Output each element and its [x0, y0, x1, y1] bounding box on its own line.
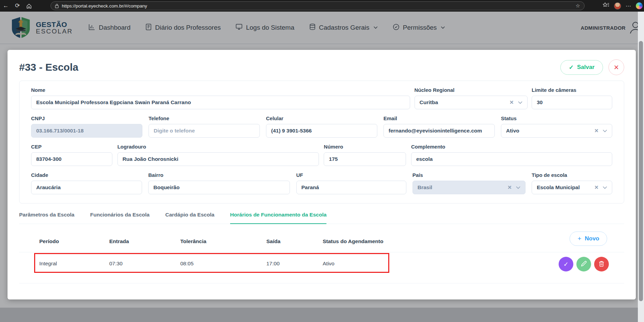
- confirm-row-button[interactable]: ✓: [559, 257, 573, 271]
- status-select[interactable]: Ativo ✕: [501, 124, 612, 138]
- email-label: Email: [383, 115, 495, 121]
- bookmark-star-icon[interactable]: ☆: [576, 3, 580, 9]
- url-text[interactable]: https://portal.eyecheck.com.br/#/company: [62, 3, 576, 9]
- copilot-icon[interactable]: [636, 2, 643, 9]
- telefone-label: Telefone: [149, 115, 260, 121]
- bairro-input[interactable]: [148, 181, 290, 194]
- field-pais: País Brasil ✕: [412, 172, 526, 194]
- tab-cardapio-da-escola[interactable]: Cardápio da Escola: [165, 212, 214, 224]
- col-tolerancia: Tolerância: [180, 238, 206, 244]
- col-saida: Saída: [266, 238, 280, 244]
- logradouro-label: Logradouro: [117, 144, 319, 150]
- celular-input[interactable]: [266, 124, 377, 138]
- novo-button-label: Novo: [585, 235, 600, 242]
- favorites-icon[interactable]: [603, 2, 610, 10]
- field-email: Email: [383, 115, 495, 138]
- edit-row-button[interactable]: [576, 257, 591, 271]
- scrollbar-thumb[interactable]: [639, 41, 643, 301]
- clear-icon[interactable]: ✕: [509, 99, 514, 106]
- save-button-label: Salvar: [577, 64, 594, 71]
- annotation-highlight-box: [34, 253, 389, 273]
- delete-row-button[interactable]: [594, 257, 609, 271]
- tipo-value: Escola Municipal: [537, 184, 580, 191]
- field-cnpj: CNPJ: [31, 115, 142, 138]
- telefone-input[interactable]: [149, 124, 260, 138]
- school-tabs: Parâmetros da Escola Funcionários da Esc…: [19, 212, 624, 224]
- plus-icon: +: [577, 235, 581, 242]
- pais-label: País: [412, 172, 526, 178]
- chevron-down-icon[interactable]: [518, 99, 522, 106]
- field-status: Status Ativo ✕: [501, 115, 612, 138]
- home-icon[interactable]: [23, 0, 35, 12]
- scrollbar-track[interactable]: [638, 12, 644, 322]
- address-bar[interactable]: https://portal.eyecheck.com.br/#/company…: [51, 1, 585, 10]
- clear-icon[interactable]: ✕: [594, 128, 599, 134]
- tab-horarios-de-funcionamento[interactable]: Horários de Funcionamento da Escola: [230, 212, 327, 224]
- browser-toolbar: ← ⟳ https://portal.eyecheck.com.br/#/com…: [0, 0, 644, 12]
- tipo-label: Tipo de escola: [532, 172, 612, 178]
- chevron-down-icon[interactable]: [603, 128, 607, 134]
- select-icons: ✕: [594, 184, 607, 191]
- field-numero: Número: [324, 144, 406, 166]
- modal-header: #33 - Escola ✓ Salvar ✕: [8, 50, 636, 75]
- cidade-input[interactable]: [31, 181, 142, 194]
- chevron-down-icon: [516, 184, 520, 191]
- tipo-select[interactable]: Escola Municipal ✕: [532, 181, 612, 194]
- form-row-1: Nome Núcleo Regional Curitba ✕: [31, 87, 612, 109]
- nome-label: Nome: [31, 87, 410, 93]
- page-title: #33 - Escola: [19, 61, 78, 73]
- schedule-table-header: Período Entrada Tolerância Saída Status …: [19, 228, 624, 252]
- complemento-input[interactable]: [411, 152, 612, 166]
- nucleo-select[interactable]: Curitba ✕: [415, 96, 528, 109]
- select-icons: ✕: [507, 184, 520, 191]
- numero-label: Número: [324, 144, 406, 150]
- browser-menu-icon[interactable]: ⋯: [626, 3, 631, 9]
- pais-value: Brasil: [418, 184, 432, 191]
- modal-header-actions: ✓ Salvar ✕: [560, 59, 624, 75]
- field-telefone: Telefone: [149, 115, 260, 138]
- col-status-agendamento: Status do Agendamento: [323, 238, 383, 244]
- field-complemento: Complemento: [411, 144, 612, 166]
- complemento-label: Complemento: [411, 144, 612, 150]
- form-row-3: CEP Logradouro Número Complemento: [31, 144, 612, 166]
- check-icon: ✓: [569, 64, 574, 71]
- field-bairro: Bairro: [148, 172, 290, 194]
- pais-select: Brasil ✕: [412, 181, 526, 194]
- lock-icon: [55, 4, 59, 8]
- check-icon: ✓: [563, 261, 569, 268]
- tab-parametros-da-escola[interactable]: Parâmetros da Escola: [19, 212, 74, 224]
- status-value: Ativo: [506, 128, 519, 134]
- numero-input[interactable]: [324, 152, 406, 166]
- pencil-icon: [580, 261, 587, 268]
- celular-label: Celular: [266, 115, 377, 121]
- refresh-icon[interactable]: ⟳: [12, 0, 23, 12]
- trash-icon: [599, 261, 604, 268]
- back-icon[interactable]: ←: [0, 0, 12, 12]
- form-row-4: Cidade Bairro UF País Brasil ✕: [31, 172, 612, 194]
- logradouro-input[interactable]: [117, 152, 319, 166]
- cep-label: CEP: [31, 144, 112, 150]
- cidade-label: Cidade: [31, 172, 142, 178]
- novo-button[interactable]: + Novo: [570, 232, 607, 246]
- nucleo-value: Curitba: [420, 99, 438, 106]
- limite-input[interactable]: [532, 96, 612, 109]
- browser-profile-avatar[interactable]: [614, 2, 621, 10]
- save-button[interactable]: ✓ Salvar: [560, 60, 603, 75]
- close-button[interactable]: ✕: [608, 59, 624, 75]
- clear-icon[interactable]: ✕: [594, 184, 599, 191]
- nome-input[interactable]: [31, 96, 410, 109]
- select-icons: ✕: [509, 99, 522, 106]
- form-row-2: CNPJ Telefone Celular Email Status: [31, 115, 612, 138]
- field-celular: Celular: [266, 115, 377, 138]
- uf-input[interactable]: [296, 181, 406, 194]
- field-cidade: Cidade: [31, 172, 142, 194]
- field-tipo-de-escola: Tipo de escola Escola Municipal ✕: [532, 172, 612, 194]
- email-input[interactable]: [383, 124, 495, 138]
- tab-funcionarios-da-escola[interactable]: Funcionários da Escola: [90, 212, 150, 224]
- chevron-down-icon[interactable]: [603, 184, 607, 191]
- cnpj-label: CNPJ: [31, 115, 142, 121]
- cep-input[interactable]: [31, 152, 112, 166]
- field-cep: CEP: [31, 144, 112, 166]
- schedule-row: Integral 07:30 08:05 17:00 Ativo ✓: [19, 252, 624, 283]
- nucleo-label: Núcleo Regional: [415, 87, 528, 93]
